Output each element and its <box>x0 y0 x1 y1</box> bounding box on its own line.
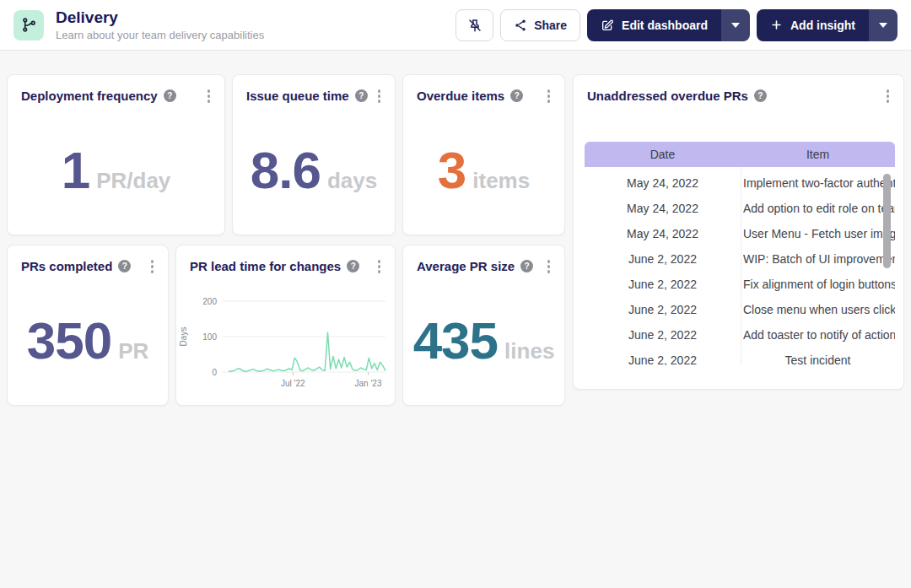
row-item: Implement two-factor authentication <box>741 176 895 190</box>
issue-queue-time-card: Issue queue time ? 8.6 days <box>232 74 396 235</box>
page-header: Delivery Learn about your team delivery … <box>0 0 911 51</box>
kebab-menu-icon[interactable] <box>884 87 892 105</box>
row-item: Add option to edit role on teams <box>741 202 895 215</box>
svg-text:100: 100 <box>202 332 217 342</box>
kpi-unit: PR/day <box>96 168 170 194</box>
help-icon[interactable]: ? <box>118 260 131 272</box>
card-title: PR lead time for changes <box>190 259 341 273</box>
row-date: May 24, 2022 <box>585 227 741 240</box>
page-title: Delivery <box>56 8 264 27</box>
table-header-item: Item <box>741 148 895 161</box>
kpi-unit: days <box>327 168 377 194</box>
deployment-frequency-card: Deployment frequency ? 1 PR/day <box>7 74 225 235</box>
add-insight-label: Add insight <box>790 19 855 32</box>
kpi-value-group: 8.6 days <box>251 144 377 197</box>
add-insight-dropdown-button[interactable] <box>869 9 898 41</box>
card-title: Overdue items <box>417 89 504 103</box>
row-item: Close menu when users click outside <box>741 303 895 316</box>
table-row[interactable]: June 2, 2022Fix alignment of login butto… <box>585 272 895 297</box>
kpi-value: 1 <box>62 144 89 197</box>
card-title: PRs completed <box>21 259 112 273</box>
kpi-value: 350 <box>27 315 111 367</box>
kpi-value: 3 <box>438 144 466 197</box>
header-actions: Share Edit dashboard Add insight <box>456 9 898 41</box>
pr-lead-time-card: PR lead time for changes ? Days 0100200J… <box>175 245 396 406</box>
kpi-value-group: 1 PR/day <box>62 144 171 197</box>
add-insight-button[interactable]: Add insight <box>757 9 869 41</box>
edit-dashboard-dropdown-button[interactable] <box>721 9 750 41</box>
table-row[interactable]: June 2, 2022Add toaster to notify of act… <box>585 322 895 348</box>
row-date: June 2, 2022 <box>585 303 741 316</box>
plus-icon <box>770 19 783 31</box>
svg-text:0: 0 <box>212 368 217 377</box>
overdue-prs-table: Date Item May 24, 2022Implement two-fact… <box>585 142 895 389</box>
kpi-unit: items <box>472 168 530 194</box>
svg-text:Jul '22: Jul '22 <box>281 379 305 388</box>
overdue-items-card: Overdue items ? 3 items <box>402 74 565 235</box>
edit-dashboard-button[interactable]: Edit dashboard <box>587 9 721 41</box>
header-titles: Delivery Learn about your team delivery … <box>56 8 264 41</box>
card-title: Issue queue time <box>246 89 349 103</box>
row-date: June 2, 2022 <box>585 328 741 342</box>
prs-completed-card: PRs completed ? 350 PR <box>7 245 169 406</box>
kpi-value: 8.6 <box>251 144 321 197</box>
svg-text:Jan '23: Jan '23 <box>355 379 382 388</box>
kpi-value: 435 <box>413 315 498 367</box>
row-item: User Menu - Fetch user image <box>741 227 895 240</box>
row-date: June 2, 2022 <box>585 353 741 365</box>
table-row[interactable]: May 24, 2022Implement two-factor authent… <box>585 170 895 196</box>
card-title: Deployment frequency <box>21 89 158 103</box>
chart-data-line <box>229 332 385 371</box>
share-icon <box>514 19 527 32</box>
row-item: Fix alignment of login buttons <box>741 278 895 291</box>
pin-slash-icon <box>467 18 482 33</box>
unpin-button[interactable] <box>456 9 493 41</box>
help-icon[interactable]: ? <box>520 260 533 272</box>
row-date: June 2, 2022 <box>585 252 741 266</box>
kebab-menu-icon[interactable] <box>545 87 553 105</box>
kebab-menu-icon[interactable] <box>375 87 384 105</box>
svg-text:200: 200 <box>202 297 217 306</box>
share-button-label: Share <box>534 19 567 32</box>
average-pr-size-card: Average PR size ? 435 lines <box>402 245 565 406</box>
table-scrollbar[interactable] <box>883 174 891 268</box>
kpi-value-group: 3 items <box>438 144 530 197</box>
table-row[interactable]: May 24, 2022Add option to edit role on t… <box>585 196 895 221</box>
table-header: Date Item <box>585 142 895 167</box>
help-icon[interactable]: ? <box>510 89 523 102</box>
line-chart-svg: Days 0100200Jul '22Jan '23 <box>176 283 395 402</box>
row-date: May 24, 2022 <box>585 202 741 215</box>
kpi-unit: lines <box>504 338 554 364</box>
row-item: WIP: Batch of UI improvements <box>741 252 895 266</box>
pencil-icon <box>601 19 614 32</box>
kebab-menu-icon[interactable] <box>545 257 553 276</box>
row-item: Test incident <box>741 353 895 365</box>
pr-lead-time-chart: Days 0100200Jul '22Jan '23 <box>176 283 395 406</box>
chevron-down-icon <box>731 23 740 28</box>
help-icon[interactable]: ? <box>347 260 359 272</box>
kpi-value-group: 350 PR <box>27 315 149 367</box>
table-row[interactable]: June 2, 2022Test incident <box>585 348 895 365</box>
add-insight-split-button: Add insight <box>757 9 898 41</box>
edit-dashboard-split-button: Edit dashboard <box>587 9 750 41</box>
help-icon[interactable]: ? <box>754 89 767 102</box>
card-title: Unaddressed overdue PRs <box>587 89 748 103</box>
dashboard-logo <box>13 10 44 40</box>
help-icon[interactable]: ? <box>164 89 176 102</box>
share-button[interactable]: Share <box>500 9 580 41</box>
chevron-down-icon <box>879 23 887 28</box>
row-date: May 24, 2022 <box>585 176 741 190</box>
table-row[interactable]: June 2, 2022WIP: Batch of UI improvement… <box>585 246 895 272</box>
card-title: Average PR size <box>417 259 515 273</box>
git-branch-icon <box>21 17 37 33</box>
table-row[interactable]: June 2, 2022Close menu when users click … <box>585 297 895 322</box>
table-body: May 24, 2022Implement two-factor authent… <box>585 167 895 365</box>
kebab-menu-icon[interactable] <box>205 87 213 105</box>
table-header-date: Date <box>585 148 741 161</box>
kebab-menu-icon[interactable] <box>148 257 157 276</box>
table-row[interactable]: May 24, 2022User Menu - Fetch user image <box>585 221 895 246</box>
help-icon[interactable]: ? <box>355 89 368 102</box>
page-subtitle: Learn about your team delivery capabilit… <box>56 29 264 41</box>
kebab-menu-icon[interactable] <box>375 257 384 276</box>
kpi-unit: PR <box>118 338 148 364</box>
